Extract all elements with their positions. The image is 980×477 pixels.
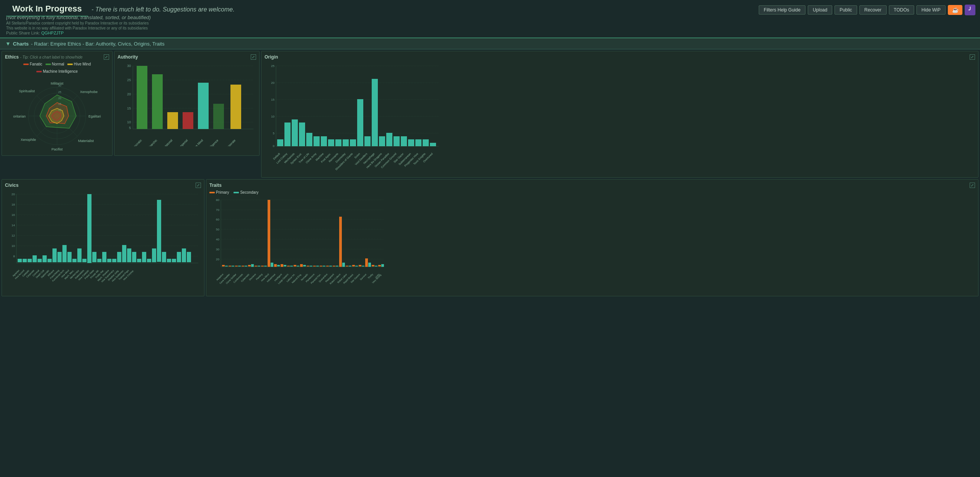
svg-rect-72	[292, 119, 298, 146]
svg-text:Xenophile: Xenophile	[21, 138, 36, 142]
svg-text:10: 10	[58, 108, 61, 111]
svg-rect-142	[77, 248, 82, 262]
civics-title: Civics	[5, 183, 18, 188]
svg-text:Decisive: Decisive	[248, 273, 256, 281]
svg-rect-209	[235, 266, 238, 266]
svg-rect-251	[372, 265, 374, 266]
svg-rect-244	[349, 266, 351, 266]
svg-text:20: 20	[11, 193, 15, 196]
svg-text:14: 14	[11, 224, 15, 227]
svg-rect-87	[401, 136, 407, 146]
svg-rect-70	[277, 139, 283, 146]
ethics-expand[interactable]: ⤢	[104, 54, 109, 60]
svg-rect-253	[378, 265, 381, 266]
svg-rect-229	[300, 264, 303, 267]
svg-rect-235	[320, 266, 322, 266]
collapse-arrow[interactable]: ▼	[5, 41, 11, 47]
affiliation-text: This website is in no way affiliated wit…	[6, 26, 974, 30]
share-link: Public Share Link: QGHPZJTP	[6, 31, 974, 35]
legend-machine: Machine Intelligence	[36, 69, 78, 74]
svg-rect-208	[232, 266, 234, 266]
svg-text:Imperial: Imperial	[178, 139, 189, 146]
svg-rect-228	[297, 266, 299, 266]
origin-title: Origin	[265, 54, 278, 60]
svg-text:60: 60	[216, 218, 219, 221]
svg-rect-205	[222, 265, 225, 266]
traits-expand[interactable]: ⤢	[970, 183, 975, 188]
svg-rect-140	[67, 252, 72, 262]
svg-text:Thrifty: Thrifty	[368, 273, 374, 279]
svg-rect-157	[152, 248, 156, 262]
svg-rect-139	[62, 245, 67, 262]
svg-rect-155	[142, 252, 146, 262]
civics-panel: Civics ⤢ 20 18 16 14 12 10 8	[2, 179, 204, 296]
svg-rect-81	[357, 99, 363, 146]
svg-rect-214	[251, 264, 254, 267]
radar-legend: Fanatic Normal Hive Mind Machine Intelli…	[5, 62, 109, 74]
page-title: Work In Progress	[6, 0, 88, 16]
svg-rect-136	[47, 259, 52, 262]
svg-text:80: 80	[216, 198, 219, 202]
svg-text:20: 20	[271, 81, 274, 85]
upload-button[interactable]: Upload	[808, 5, 832, 15]
svg-rect-241	[339, 217, 342, 267]
svg-rect-148	[107, 259, 111, 262]
svg-text:0: 0	[273, 144, 275, 148]
share-code-link[interactable]: QGHPZJTP	[41, 31, 64, 35]
twitch-icon[interactable]: ╯	[965, 5, 975, 15]
origin-expand[interactable]: ⤢	[970, 54, 975, 60]
svg-text:Oligarchic: Oligarchic	[146, 139, 158, 146]
svg-rect-223	[281, 264, 283, 267]
svg-rect-151	[122, 245, 126, 262]
svg-rect-85	[386, 133, 392, 146]
svg-text:Corporate: Corporate	[224, 139, 237, 146]
svg-rect-219	[268, 200, 270, 267]
charts-subtitle: - Radar: Empire Ethics - Bar: Authority,…	[31, 41, 165, 47]
civics-chart: 20 18 16 14 12 10 8	[5, 190, 200, 290]
svg-rect-162	[177, 252, 181, 262]
todos-button[interactable]: TODOs	[889, 5, 914, 15]
radar-chart: Militarist Xenophobe Egalitarian Materia…	[13, 76, 101, 152]
svg-rect-130	[18, 259, 22, 262]
svg-text:12: 12	[11, 234, 15, 237]
svg-rect-163	[182, 248, 186, 262]
svg-text:20: 20	[58, 97, 61, 100]
svg-rect-231	[307, 266, 309, 266]
filters-help-button[interactable]: Filters Help Guide	[759, 5, 805, 15]
page-header: Work In Progress - There is much left to…	[0, 0, 980, 38]
svg-text:8: 8	[13, 255, 15, 258]
svg-rect-161	[172, 259, 176, 262]
svg-rect-232	[310, 266, 312, 266]
svg-rect-144	[87, 194, 91, 263]
svg-text:5: 5	[129, 126, 131, 130]
svg-rect-226	[290, 266, 293, 266]
svg-text:30: 30	[58, 84, 61, 87]
civics-expand[interactable]: ⤢	[196, 183, 201, 188]
svg-rect-132	[28, 259, 32, 262]
svg-rect-242	[342, 263, 345, 267]
svg-text:15: 15	[271, 98, 274, 101]
svg-rect-53	[213, 104, 224, 129]
hide-wip-button[interactable]: Hide WiP	[916, 5, 946, 15]
svg-rect-133	[33, 255, 37, 262]
svg-text:Authoritarian: Authoritarian	[13, 114, 26, 118]
coffee-button[interactable]: ☕	[948, 5, 962, 15]
svg-rect-89	[415, 139, 421, 146]
authority-panel: Authority ⤢ 30 25 20 15 10 5	[114, 51, 260, 156]
ethics-header: Ethics - Tip: Click a chart label to sho…	[5, 54, 109, 60]
svg-rect-75	[314, 136, 320, 146]
svg-rect-79	[343, 139, 349, 146]
svg-rect-221	[274, 264, 277, 267]
svg-text:Pacifist: Pacifist	[51, 147, 63, 151]
svg-rect-216	[258, 266, 260, 266]
public-button[interactable]: Public	[835, 5, 857, 15]
authority-expand[interactable]: ⤢	[251, 54, 256, 60]
main-layout: Ethics - Tip: Click a chart label to sho…	[0, 49, 980, 298]
svg-rect-138	[57, 252, 62, 262]
civics-header: Civics ⤢	[5, 183, 201, 188]
recover-button[interactable]: Recover	[859, 5, 887, 15]
svg-text:Militarist: Militarist	[51, 82, 64, 85]
svg-rect-254	[381, 264, 384, 267]
svg-rect-154	[137, 259, 141, 262]
svg-text:30: 30	[216, 248, 219, 251]
